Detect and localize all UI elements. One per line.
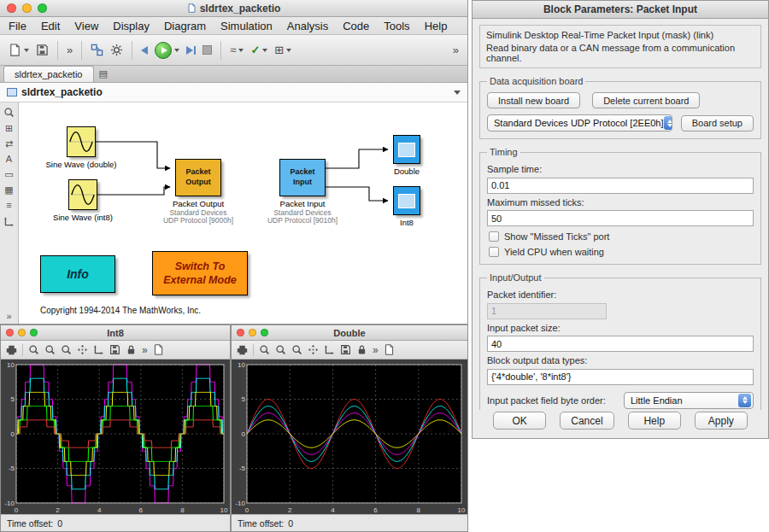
scope-titlebar[interactable]: Int8 — [1, 325, 230, 341]
area-icon[interactable]: ▭ — [4, 170, 13, 179]
menu-view[interactable]: View — [74, 20, 98, 32]
toolbar-overflow-left-icon[interactable]: » — [63, 42, 76, 58]
block-packet-output[interactable]: Packet Output — [175, 159, 221, 196]
save-axes-icon[interactable] — [340, 344, 351, 355]
menu-code[interactable]: Code — [343, 20, 369, 32]
block-scope-int8[interactable] — [393, 186, 420, 215]
block-packet-input[interactable]: Packet Input — [279, 159, 326, 196]
model-canvas[interactable]: Sine Wave (double) Sine Wave (int8) Pack… — [19, 102, 467, 324]
image-icon[interactable]: ▦ — [4, 185, 13, 195]
float-window-icon[interactable] — [153, 344, 164, 355]
yield-cpu-checkbox[interactable]: Yield CPU when waiting — [489, 247, 754, 257]
missed-ticks-input[interactable] — [487, 210, 754, 226]
block-sub-label: UDP Protocol [9010h] — [251, 216, 354, 225]
model-settings-button[interactable] — [107, 42, 126, 58]
cancel-button[interactable]: Cancel — [560, 412, 613, 430]
print-icon[interactable] — [6, 344, 17, 355]
block-output-data-types-input[interactable] — [487, 369, 754, 385]
apply-button[interactable]: Apply — [695, 412, 748, 430]
autoscale-icon[interactable] — [324, 344, 335, 355]
menu-analysis[interactable]: Analysis — [287, 20, 328, 32]
axes-icon[interactable] — [3, 216, 15, 227]
minimize-button[interactable] — [22, 3, 32, 13]
block-sine-wave-int8[interactable] — [68, 179, 97, 210]
menu-display[interactable]: Display — [113, 20, 150, 32]
menu-diagram[interactable]: Diagram — [164, 20, 206, 32]
input-packet-size-input[interactable] — [487, 336, 754, 352]
toolbar-overflow-right-icon[interactable]: » — [449, 42, 462, 58]
save-axes-icon[interactable] — [109, 344, 120, 355]
annotation-icon[interactable]: A — [6, 155, 12, 164]
fit-view-icon[interactable]: ⊞ — [5, 124, 13, 133]
svg-text:0: 0 — [242, 430, 246, 438]
ok-button[interactable]: OK — [493, 412, 546, 430]
model-toolbar: » ≈ ✓ ⊞ » — [0, 35, 467, 66]
switch-to-external-mode-block[interactable]: Switch To External Mode — [152, 251, 248, 295]
autoscale-icon[interactable] — [93, 344, 104, 355]
diagnostics-menu[interactable]: ✓ — [247, 43, 271, 57]
run-button[interactable] — [151, 40, 183, 61]
help-button[interactable]: Help — [628, 412, 681, 430]
zoom-icon[interactable] — [28, 344, 39, 355]
caret-down-icon — [24, 49, 29, 52]
menu-help[interactable]: Help — [425, 20, 448, 32]
print-icon[interactable] — [237, 344, 248, 355]
simulation-display-menu[interactable]: ≈ — [226, 43, 247, 57]
float-window-icon[interactable] — [384, 344, 395, 355]
scope-toolbar-overflow-icon[interactable]: » — [373, 345, 379, 355]
zoom-icon[interactable] — [259, 344, 270, 355]
svg-text:0: 0 — [245, 506, 249, 514]
board-setup-button[interactable]: Board setup — [681, 115, 754, 132]
step-forward-button[interactable] — [183, 44, 199, 56]
build-menu[interactable]: ⊞ — [271, 43, 295, 57]
minimize-button[interactable] — [18, 329, 26, 336]
zoom-x-icon[interactable] — [275, 344, 286, 355]
zoom-button[interactable] — [261, 329, 268, 336]
info-block[interactable]: Info — [40, 255, 115, 293]
delete-current-board-button[interactable]: Delete current board — [592, 92, 700, 108]
pan-icon[interactable] — [308, 344, 319, 355]
scope-toolbar-overflow-icon[interactable]: » — [142, 345, 148, 355]
zoom-button[interactable] — [30, 329, 38, 336]
block-sine-wave-double[interactable] — [67, 126, 96, 157]
sample-time-input[interactable] — [487, 178, 754, 194]
zoom-button[interactable] — [38, 3, 47, 13]
close-button[interactable] — [6, 329, 14, 336]
menu-tools[interactable]: Tools — [384, 20, 409, 32]
menu-edit[interactable]: Edit — [41, 20, 60, 32]
zoom-x-icon[interactable] — [44, 344, 56, 355]
close-button[interactable] — [7, 3, 16, 13]
menu-file[interactable]: File — [9, 20, 26, 32]
tab-sldrtex-packetio[interactable]: sldrtex_packetio — [3, 66, 94, 82]
stop-button[interactable] — [199, 44, 215, 56]
scope-titlebar[interactable]: Double — [232, 325, 467, 341]
palette-overflow-icon[interactable]: » — [6, 312, 11, 321]
zoom-y-icon[interactable] — [61, 344, 72, 355]
breadcrumb-label[interactable]: sldrtex_packetio — [21, 86, 103, 98]
dialog-titlebar[interactable]: Block Parameters: Packet Input — [473, 1, 768, 19]
group-title: Input/Output — [487, 272, 544, 283]
library-browser-button[interactable] — [87, 42, 107, 58]
missed-ticks-label: Maximum missed ticks: — [487, 197, 754, 208]
tab-list-icon[interactable]: ▤ — [94, 68, 113, 82]
breadcrumb-caret-icon[interactable] — [454, 91, 461, 95]
byte-order-select[interactable]: Little Endian — [624, 392, 754, 409]
route-icon[interactable]: ⇄ — [5, 139, 13, 149]
menu-simulation[interactable]: Simulation — [220, 20, 273, 32]
board-select[interactable]: Standard Devices UDP Protocol [2EE0h] — [487, 114, 672, 132]
list-icon[interactable]: ≡ — [6, 201, 11, 210]
show-missed-ticks-checkbox[interactable]: Show "Missed Ticks" port — [489, 231, 754, 242]
model-titlebar[interactable]: sldrtex_packetio — [0, 0, 467, 17]
new-model-button[interactable] — [5, 42, 32, 58]
block-scope-double[interactable] — [393, 135, 420, 164]
minimize-button[interactable] — [249, 329, 256, 336]
install-new-board-button[interactable]: Install new board — [487, 92, 580, 108]
pan-icon[interactable] — [77, 344, 88, 355]
step-back-button[interactable] — [138, 44, 151, 56]
lock-icon[interactable] — [356, 344, 367, 355]
save-button[interactable] — [32, 42, 52, 58]
close-button[interactable] — [237, 329, 244, 336]
lock-icon[interactable] — [126, 344, 137, 355]
zoom-icon[interactable] — [3, 107, 15, 118]
zoom-y-icon[interactable] — [291, 344, 302, 355]
